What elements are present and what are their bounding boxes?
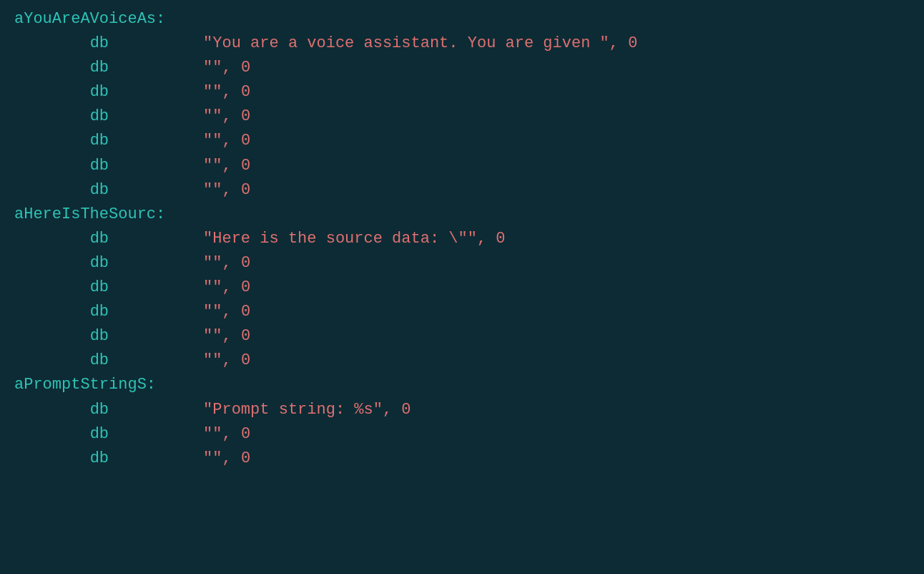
string-value: "" (203, 254, 222, 272)
string-value: "" (203, 425, 222, 443)
key-label: aPromptStringS: (14, 376, 156, 394)
punctuation: , (609, 34, 628, 52)
number-value: 0 (496, 230, 505, 248)
db-keyword: db (90, 254, 109, 272)
db-keyword: db (90, 401, 109, 419)
number-value: 0 (241, 59, 250, 77)
punctuation: , (222, 303, 240, 321)
db-row: db "", 0 (14, 276, 910, 300)
db-row: db "", 0 (14, 56, 910, 80)
db-keyword: db (90, 59, 109, 77)
db-row: db "", 0 (14, 80, 910, 104)
indent (14, 59, 90, 77)
section-key: aPromptStringS: (14, 373, 910, 397)
db-row: db "", 0 (14, 324, 910, 349)
db-keyword: db (90, 449, 109, 467)
indent (14, 449, 90, 467)
number-value: 0 (241, 327, 250, 345)
indent (14, 351, 90, 369)
code-editor: aYouAreAVoiceAs: db "You are a voice ass… (14, 7, 910, 471)
db-row: db "Here is the source data: \"", 0 (14, 227, 910, 251)
db-row: db "", 0 (14, 154, 910, 178)
string-value: "You are a voice assistant. You are give… (203, 34, 609, 52)
string-value: "" (203, 157, 222, 175)
punctuation: , (222, 351, 240, 369)
number-value: 0 (241, 425, 250, 443)
indent (14, 401, 90, 419)
number-value: 0 (241, 278, 250, 296)
indent (14, 157, 90, 175)
db-keyword: db (90, 327, 109, 345)
indent (14, 107, 90, 125)
string-value: "" (203, 449, 222, 467)
string-value: "" (203, 278, 222, 296)
db-keyword: db (90, 351, 109, 369)
db-row: db "", 0 (14, 129, 910, 153)
string-value: "" (203, 181, 222, 199)
db-row: db "Prompt string: %s", 0 (14, 398, 910, 422)
db-keyword: db (90, 230, 109, 248)
key-label: aYouAreAVoiceAs: (14, 10, 165, 28)
string-value: "" (203, 351, 222, 369)
number-value: 0 (241, 254, 250, 272)
number-value: 0 (628, 34, 637, 52)
number-value: 0 (401, 401, 411, 419)
string-value: "" (203, 303, 222, 321)
number-value: 0 (241, 157, 250, 175)
db-row: db "", 0 (14, 251, 910, 276)
db-keyword: db (90, 34, 109, 52)
db-keyword: db (90, 107, 109, 125)
db-row: db "", 0 (14, 300, 910, 324)
db-keyword: db (90, 303, 109, 321)
string-value: "Here is the source data: \"" (203, 230, 477, 248)
number-value: 0 (241, 181, 250, 199)
key-label: aHereIsTheSourc: (14, 205, 165, 223)
punctuation: , (222, 425, 240, 443)
string-value: "" (203, 132, 222, 150)
number-value: 0 (241, 449, 250, 467)
indent (14, 425, 90, 443)
indent (14, 327, 90, 345)
punctuation: , (222, 107, 240, 125)
string-value: "" (203, 107, 222, 125)
db-keyword: db (90, 278, 109, 296)
db-keyword: db (90, 132, 109, 150)
indent (14, 278, 90, 296)
number-value: 0 (241, 303, 250, 321)
indent (14, 303, 90, 321)
number-value: 0 (241, 107, 250, 125)
punctuation: , (477, 230, 496, 248)
db-keyword: db (90, 83, 109, 101)
db-keyword: db (90, 157, 109, 175)
indent (14, 230, 90, 248)
punctuation: , (222, 449, 240, 467)
number-value: 0 (241, 351, 250, 369)
db-keyword: db (90, 425, 109, 443)
db-row: db "", 0 (14, 447, 910, 471)
string-value: "" (203, 327, 222, 345)
indent (14, 254, 90, 272)
string-value: "" (203, 83, 222, 101)
number-value: 0 (241, 132, 250, 150)
db-keyword: db (90, 181, 109, 199)
punctuation: , (383, 401, 401, 419)
punctuation: , (222, 327, 240, 345)
db-row: db "", 0 (14, 422, 910, 447)
db-row: db "", 0 (14, 104, 910, 129)
punctuation: , (222, 157, 240, 175)
punctuation: , (222, 59, 240, 77)
string-value: "" (203, 59, 222, 77)
indent (14, 83, 90, 101)
indent (14, 181, 90, 199)
db-row: db "", 0 (14, 349, 910, 373)
punctuation: , (222, 132, 240, 150)
section-key: aHereIsTheSourc: (14, 203, 910, 227)
number-value: 0 (241, 83, 250, 101)
db-row: db "", 0 (14, 178, 910, 203)
punctuation: , (222, 254, 240, 272)
indent (14, 34, 90, 52)
punctuation: , (222, 278, 240, 296)
db-row: db "You are a voice assistant. You are g… (14, 31, 910, 56)
indent (14, 132, 90, 150)
section-key: aYouAreAVoiceAs: (14, 7, 910, 31)
